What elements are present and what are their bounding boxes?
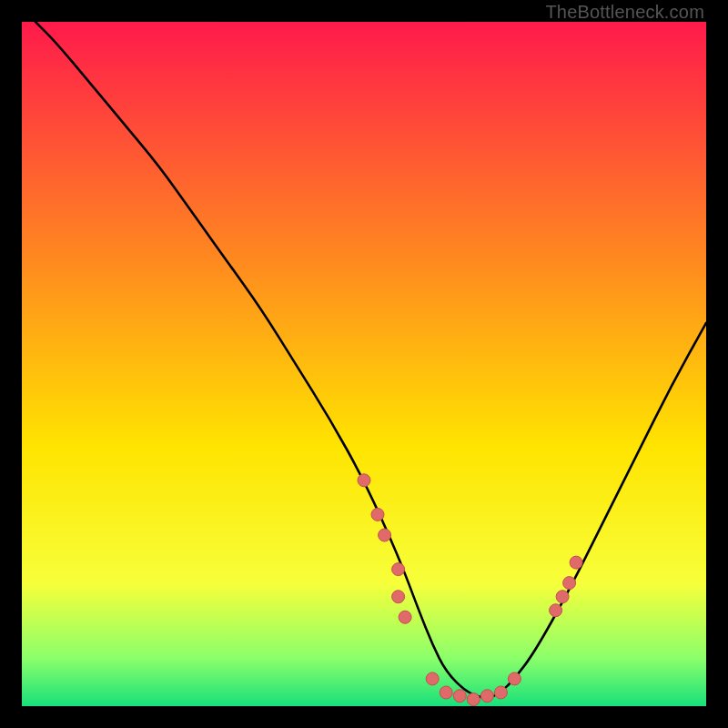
- bottleneck-chart: [22, 22, 706, 706]
- data-marker: [550, 604, 562, 617]
- data-marker: [358, 474, 370, 487]
- data-marker: [494, 686, 507, 699]
- data-marker: [392, 563, 405, 576]
- data-marker: [392, 591, 405, 603]
- data-marker: [556, 591, 569, 603]
- data-marker: [440, 686, 452, 699]
- data-marker: [480, 690, 493, 703]
- data-marker: [467, 693, 480, 706]
- data-marker: [570, 556, 582, 569]
- watermark-text: TheBottleneck.com: [545, 2, 704, 23]
- plot-frame: [22, 22, 706, 706]
- data-marker: [379, 529, 391, 541]
- data-marker: [563, 577, 576, 590]
- data-marker: [371, 508, 384, 521]
- data-marker: [508, 672, 521, 685]
- data-marker: [426, 672, 439, 685]
- data-marker: [399, 611, 411, 623]
- data-marker: [453, 690, 466, 703]
